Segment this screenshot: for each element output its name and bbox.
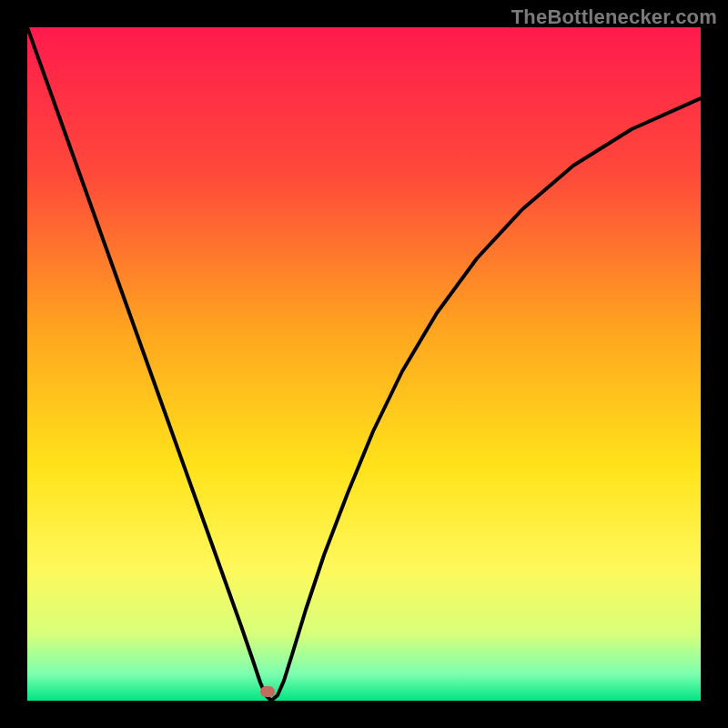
plot-area	[27, 27, 701, 701]
watermark-label: TheBottlenecker.com	[511, 5, 717, 29]
chart-stage: TheBottlenecker.com	[0, 0, 728, 728]
optimal-point-marker	[260, 686, 275, 697]
bottleneck-curve	[27, 27, 701, 701]
